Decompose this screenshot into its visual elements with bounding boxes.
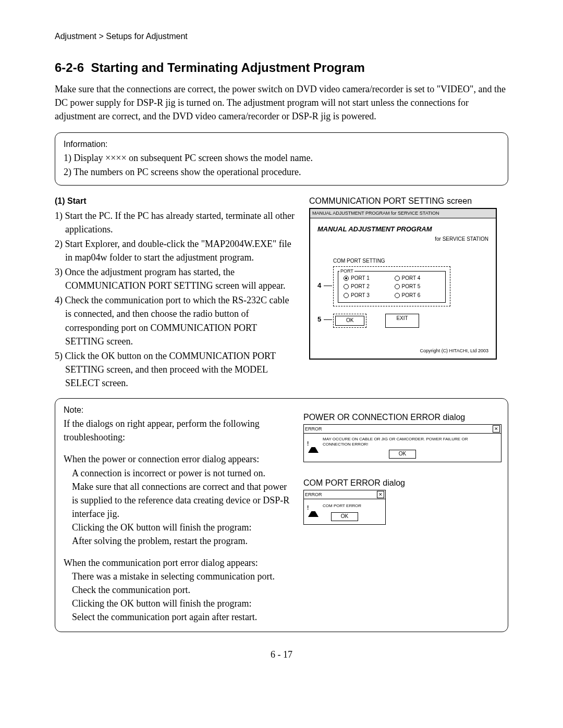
note-power-line3: Clicking the OK button will finish the p… [72,521,293,534]
com-port-error-dialog: ERROR ✕ ! COM PORT ERROR OK [303,490,386,525]
radio-icon [395,293,400,298]
note-power-heading: When the power or connection error dialo… [64,452,293,466]
note-com-line2: Check the communication port. [72,583,293,597]
start-heading: (1) Start [55,195,295,207]
radio-icon [395,284,400,289]
information-line-2: 2) The numbers on PC screens show the op… [64,165,499,179]
note-com-line1: There was a mistake in selecting communi… [72,570,293,583]
radio-label: PORT 4 [402,275,421,282]
note-box: Note: If the dialogs on right appear, pe… [55,398,508,632]
radio-label: PORT 5 [402,283,421,291]
breadcrumb: Adjustment > Setups for Adjustment [55,30,508,42]
error-title: ERROR [305,491,322,498]
information-line-1: 1) Display ×××× on subsequent PC screen … [64,151,499,165]
page-number: 6 - 17 [55,648,508,661]
note-power-line2: Make sure that all connections are corre… [72,480,293,521]
radio-icon [344,276,349,281]
radio-icon [395,276,400,281]
section-title-text: Starting and Terminating Adjustment Prog… [91,60,364,75]
radio-icon [344,293,349,298]
note-label: Note: [64,404,293,416]
note-power-line1: A connection is incorrect or power is no… [72,466,293,480]
note-com-line4: Select the communication port again afte… [72,610,293,624]
note-intro: If the dialogs on right appear, perform … [64,417,293,444]
com-port-setting-label: COM PORT SETTING [333,257,488,265]
power-error-caption: POWER OR CONNECTION ERROR dialog [303,411,501,423]
start-step-1: 1) Start the PC. If the PC has already s… [55,209,295,236]
note-power-line4: After solving the problem, restart the p… [72,534,293,548]
port-fieldset-dashed: PORT PORT 1 PORT 4 PORT 2 PORT 5 PORT 3 … [333,266,450,307]
intro-paragraph: Make sure that the connections are corre… [55,82,508,123]
copyright-text: Copyright (C) HITACHI, Ltd 2003 [317,348,488,354]
warning-icon: ! [308,438,319,445]
radio-port-4[interactable]: PORT 4 [395,275,440,282]
note-com-heading: When the communication port error dialog… [64,556,293,570]
comm-port-setting-window: MANUAL ADJUSTMENT PROGRAM for SERVICE ST… [309,208,497,360]
callout-5: 5 [317,315,321,325]
radio-icon [344,284,349,289]
radio-port-6[interactable]: PORT 6 [395,292,440,300]
program-title: MANUAL ADJUSTMENT PROGRAM [317,225,488,235]
warning-icon: ! [308,502,319,509]
start-step-3: 3) Once the adjustment program has start… [55,265,295,292]
ok-button[interactable]: OK [335,316,364,326]
radio-port-2[interactable]: PORT 2 [344,283,389,291]
ok-button[interactable]: OK [331,512,358,521]
radio-port-3[interactable]: PORT 3 [344,292,389,300]
radio-label: PORT 1 [351,275,370,282]
error-message: COM PORT ERROR [323,503,361,509]
comm-screen-caption: COMMUNICATION PORT SETTING screen [309,195,508,207]
close-icon[interactable]: ✕ [493,425,500,433]
comm-window-titlebar: MANUAL ADJUSTMENT PROGRAM for SERVICE ST… [310,209,496,218]
ok-button-highlight: OK [333,314,366,328]
information-box: Information: 1) Display ×××× on subseque… [55,132,508,185]
section-heading: 6-2-6 Starting and Terminating Adjustmen… [55,59,508,77]
callout-4: 4 [317,281,321,291]
note-com-line3: Clicking the OK button will finish the p… [72,597,293,610]
program-subtitle: for SERVICE STATION [317,236,488,243]
error-message: MAY OCCURE ON CABLE OR JIG OR CAMCORDER.… [323,437,497,447]
port-fieldset: PORT PORT 1 PORT 4 PORT 2 PORT 5 PORT 3 … [338,271,446,303]
exit-button[interactable]: EXIT [385,314,419,328]
com-error-caption: COM PORT ERROR dialog [303,477,501,489]
information-label: Information: [64,138,499,150]
section-number: 6-2-6 [55,60,84,75]
start-step-2: 2) Start Explorer, and double-click the … [55,237,295,264]
radio-label: PORT 6 [402,292,421,300]
close-icon[interactable]: ✕ [377,491,384,498]
ok-button[interactable]: OK [389,450,416,459]
error-title: ERROR [305,426,322,433]
start-step-4: 4) Check the communication port to which… [55,293,295,348]
port-legend: PORT [339,268,354,275]
power-error-dialog: ERROR ✕ ! MAY OCCURE ON CABLE OR JIG OR … [303,424,501,462]
radio-label: PORT 3 [351,292,370,300]
radio-port-1[interactable]: PORT 1 [344,275,389,282]
radio-port-5[interactable]: PORT 5 [395,283,440,291]
radio-label: PORT 2 [351,283,370,291]
start-step-5: 5) Click the OK button on the COMMUNICAT… [55,349,295,390]
